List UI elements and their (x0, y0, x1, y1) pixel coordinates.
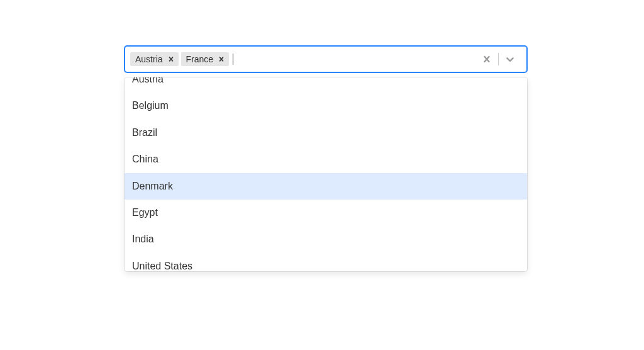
option-china[interactable]: China (125, 146, 527, 172)
dropdown-toggle[interactable] (499, 48, 521, 71)
clear-all-button[interactable] (475, 48, 498, 71)
tag-remove-austria[interactable] (165, 54, 179, 65)
option-denmark[interactable]: Denmark (125, 173, 527, 200)
option-austria[interactable]: Austria (125, 77, 527, 93)
option-brazil[interactable]: Brazil (125, 120, 527, 146)
option-belgium[interactable]: Belgium (125, 93, 527, 119)
tag-remove-france[interactable] (215, 54, 229, 65)
search-input[interactable] (233, 54, 233, 65)
dropdown-menu: Austria Belgium Brazil China Denmark Egy… (125, 77, 527, 271)
indicators (475, 48, 521, 71)
multi-select: Austria France (125, 46, 527, 72)
tag-france: France (181, 52, 230, 66)
tag-label: France (181, 52, 216, 66)
close-icon (217, 55, 226, 64)
option-egypt[interactable]: Egypt (125, 200, 527, 226)
close-icon (167, 55, 175, 64)
chevron-down-icon (504, 53, 516, 65)
tag-label: Austria (130, 52, 165, 66)
close-icon (480, 53, 493, 65)
option-united-states[interactable]: United States (125, 253, 527, 271)
select-control[interactable]: Austria France (125, 46, 527, 72)
option-list[interactable]: Austria Belgium Brazil China Denmark Egy… (125, 77, 527, 271)
option-india[interactable]: India (125, 226, 527, 252)
tag-austria: Austria (130, 52, 179, 66)
text-cursor (233, 54, 233, 65)
value-container: Austria France (130, 50, 475, 69)
